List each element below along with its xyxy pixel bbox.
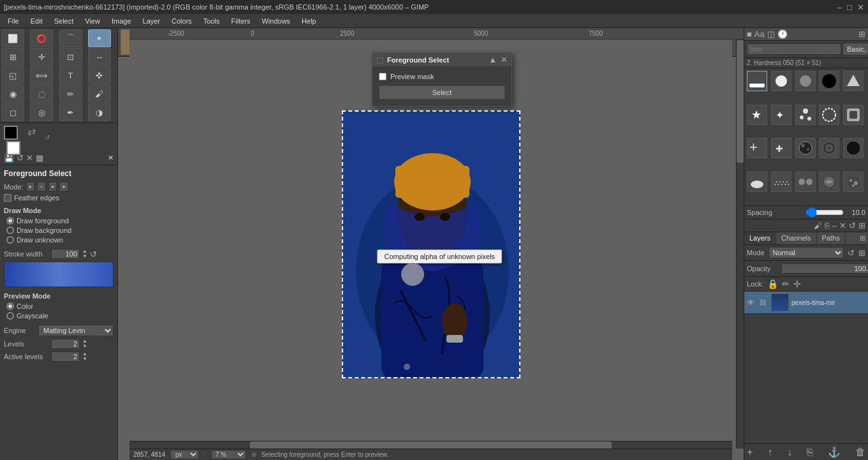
layers-expand-btn[interactable]: ⊞ xyxy=(857,232,868,244)
layer-chain-icon[interactable]: ⛓ xyxy=(760,299,769,306)
menu-colors[interactable]: Colors xyxy=(166,16,197,26)
reset-colors-btn[interactable]: ↺ xyxy=(45,134,50,141)
feather-edges-checkbox[interactable] xyxy=(4,194,11,202)
tool-text[interactable]: T xyxy=(59,66,82,84)
tool-flip[interactable]: ⟺ xyxy=(30,66,53,84)
tool-opt-delete-icon[interactable]: ✕ xyxy=(26,153,33,163)
brush-item-4[interactable] xyxy=(819,71,839,91)
mode-btn-4[interactable]: ▪ xyxy=(59,182,68,191)
raise-layer-btn[interactable]: ↑ xyxy=(767,447,772,458)
menu-select[interactable]: Select xyxy=(49,16,79,26)
menu-tools[interactable]: Tools xyxy=(198,16,225,26)
layer-visibility-icon[interactable]: 👁 xyxy=(747,298,757,308)
feather-edges-row[interactable]: Feather edges xyxy=(4,194,114,202)
brush-item-1[interactable] xyxy=(747,71,767,91)
brush-refresh-icon[interactable]: ↺ xyxy=(849,221,856,230)
preview-mask-checkbox[interactable] xyxy=(379,73,386,80)
brush-item-17[interactable]: ∴∵∴ xyxy=(771,172,791,192)
menu-image[interactable]: Image xyxy=(107,16,136,26)
tool-perspective[interactable]: ◱ xyxy=(1,66,24,84)
delete-layer-btn[interactable]: 🗑 xyxy=(855,447,865,458)
lock-paint-btn[interactable]: ✏ xyxy=(782,279,790,289)
draw-background-radio[interactable] xyxy=(6,226,14,234)
brush-duplicate-icon[interactable]: ⎘ xyxy=(825,221,830,230)
draw-unknown-option[interactable]: Draw unknown xyxy=(6,236,114,244)
menu-file[interactable]: File xyxy=(3,16,24,26)
menu-windows[interactable]: Windows xyxy=(256,16,295,26)
layers-refresh-btn[interactable]: ↺ xyxy=(848,248,855,258)
brush-pattern-icon[interactable]: Aa xyxy=(754,29,765,39)
menu-filters[interactable]: Filters xyxy=(226,16,256,26)
engine-select[interactable]: Matting Levin Matting Global xyxy=(38,325,114,336)
stroke-width-input[interactable] xyxy=(51,249,80,259)
tool-rect-select[interactable]: ⬜ xyxy=(1,29,24,47)
tool-transform[interactable]: ↔ xyxy=(88,48,111,66)
brush-item-5[interactable] xyxy=(843,71,864,91)
brush-filter-input[interactable] xyxy=(747,43,841,55)
brush-item-18[interactable] xyxy=(795,172,816,192)
grayscale-preview-radio[interactable] xyxy=(6,312,14,320)
stroke-reset-btn[interactable]: ↺ xyxy=(90,249,97,259)
draw-unknown-radio[interactable] xyxy=(6,236,14,244)
unit-select[interactable]: px in mm xyxy=(170,450,199,459)
tool-align[interactable]: ⊞ xyxy=(1,48,24,66)
zoom-select[interactable]: 7 % 25 % 50 % 100 % xyxy=(211,450,246,459)
tool-lasso[interactable]: ⌒ xyxy=(59,29,82,47)
background-color-swatch[interactable] xyxy=(6,141,20,155)
fg-select-button[interactable]: Select xyxy=(379,85,505,100)
minimize-btn[interactable]: – xyxy=(837,3,842,12)
brush-paint-icon[interactable]: 🖌 xyxy=(814,221,822,230)
brush-item-15[interactable] xyxy=(843,138,864,158)
v-scrollbar-thumb[interactable] xyxy=(737,40,744,163)
menu-layer[interactable]: Layer xyxy=(138,16,166,26)
grayscale-preview-option[interactable]: Grayscale xyxy=(6,312,114,320)
brush-item-13[interactable] xyxy=(795,138,816,158)
mode-btn-2[interactable]: ▫ xyxy=(37,182,46,191)
brush-item-19[interactable] xyxy=(819,172,839,192)
brush-delete-icon[interactable]: ✕ xyxy=(839,221,846,230)
duplicate-layer-btn[interactable]: ⎘ xyxy=(807,447,813,458)
canvas-area[interactable]: ✕ -2500 0 2500 5000 7500 xyxy=(118,28,744,460)
brush-item-10[interactable] xyxy=(843,105,864,125)
brush-menu-icon[interactable]: ⊞ xyxy=(858,221,865,230)
draw-foreground-option[interactable]: Draw foreground xyxy=(6,217,114,225)
layer-row-main[interactable]: 👁 ⛓ pexels-tima-mir xyxy=(744,292,868,314)
tool-dodge[interactable]: ◑ xyxy=(88,103,111,121)
canvas-content[interactable]: Computing alpha of unknown pixels ⬚ Fore… xyxy=(129,40,732,449)
fg-dialog-collapse-btn[interactable]: ▲ xyxy=(489,55,497,64)
brush-item-12[interactable]: ✚ xyxy=(771,138,791,158)
tool-magic-wand[interactable]: ✦ xyxy=(88,29,111,47)
opacity-input[interactable] xyxy=(781,263,868,274)
brushes-expand-btn[interactable]: ⊞ xyxy=(858,29,865,39)
anchor-layer-btn[interactable]: ⚓ xyxy=(828,446,841,458)
brush-gradient-icon[interactable]: ◫ xyxy=(767,29,775,39)
lower-layer-btn[interactable]: ↓ xyxy=(787,447,792,458)
tool-crop[interactable]: ⊡ xyxy=(59,48,82,66)
draw-background-option[interactable]: Draw background xyxy=(6,226,114,234)
brush-item-16[interactable] xyxy=(747,172,767,192)
brush-color-icon[interactable]: ■ xyxy=(747,29,752,39)
canvas-image[interactable]: Computing alpha of unknown pixels xyxy=(342,110,520,378)
tool-eraser[interactable]: ◻ xyxy=(1,103,24,121)
brush-item-20[interactable] xyxy=(843,172,864,192)
layers-menu-btn[interactable]: ⊞ xyxy=(858,248,865,258)
tool-move[interactable]: ✛ xyxy=(30,48,53,66)
menu-view[interactable]: View xyxy=(80,16,105,26)
brush-item-14[interactable] xyxy=(819,138,839,158)
brush-item-9[interactable] xyxy=(819,105,839,125)
tool-opt-menu-icon[interactable]: ▦ xyxy=(36,153,43,163)
color-preview-radio[interactable] xyxy=(6,302,14,310)
mode-btn-3[interactable]: ▪ xyxy=(48,182,57,191)
lock-position-btn[interactable]: ✛ xyxy=(793,279,801,289)
new-layer-btn[interactable]: + xyxy=(747,447,753,458)
fg-dialog-close-btn[interactable]: ✕ xyxy=(501,55,508,64)
brush-item-11[interactable]: + xyxy=(747,138,767,158)
brush-filter-dropdown[interactable]: Basic, All xyxy=(842,43,868,56)
tool-ink[interactable]: ✒ xyxy=(59,103,82,121)
color-preview-option[interactable]: Color xyxy=(6,302,114,310)
menu-help[interactable]: Help xyxy=(297,16,321,26)
brush-clock-icon[interactable]: 🕐 xyxy=(777,29,788,39)
horizontal-scrollbar[interactable] xyxy=(129,441,732,449)
vertical-scrollbar[interactable] xyxy=(736,40,744,449)
tool-ellipse-select[interactable]: ⭕ xyxy=(30,29,53,47)
